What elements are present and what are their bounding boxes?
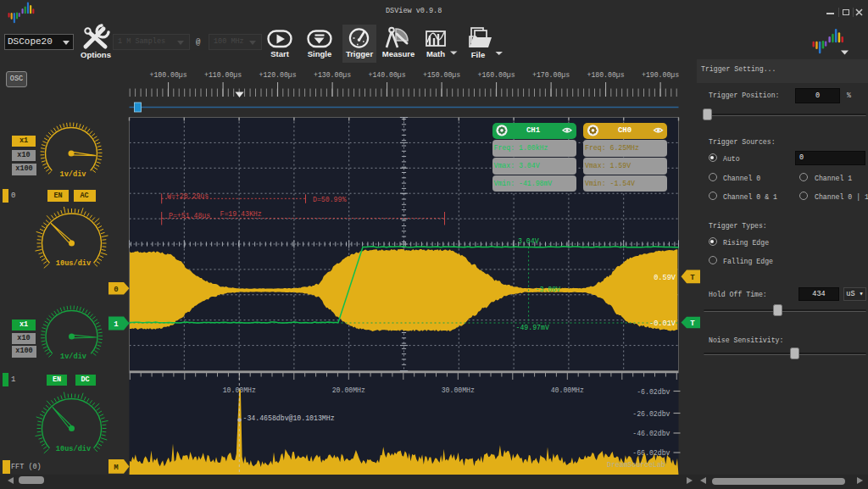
svg-text:-26.02dbv: -26.02dbv — [632, 410, 670, 418]
svg-text:1v/div: 1v/div — [60, 170, 86, 179]
svg-text:M: M — [114, 464, 118, 472]
svg-text:40.00MHz: 40.00MHz — [551, 386, 584, 394]
svg-text:30.00MHz: 30.00MHz — [442, 386, 475, 394]
svg-text:-34.4658dbv@10.1013MHz: -34.4658dbv@10.1013MHz — [243, 414, 335, 422]
svg-text:+130.00µs: +130.00µs — [314, 71, 351, 79]
svg-text:3.04V: 3.04V — [518, 237, 539, 245]
svg-text:+120.00µs: +120.00µs — [259, 71, 296, 79]
svg-text:DreamSourceLab: DreamSourceLab — [607, 461, 665, 469]
svg-text:0.59V: 0.59V — [654, 274, 676, 282]
svg-text:P=+51.48us: P=+51.48us — [169, 212, 210, 219]
svg-text:10us/div: 10us/div — [56, 445, 91, 453]
svg-text:D=50.99%: D=50.99% — [313, 196, 346, 203]
svg-text:F=19.43KHz: F=19.43KHz — [220, 210, 262, 218]
svg-text:1v/div: 1v/div — [60, 353, 86, 361]
svg-text:+160.00µs: +160.00µs — [477, 71, 515, 79]
svg-text:-0.01V: -0.01V — [649, 320, 676, 328]
svg-text:+110.00µs: +110.00µs — [204, 71, 242, 79]
svg-text:1: 1 — [114, 320, 119, 329]
svg-text:T: T — [690, 274, 695, 282]
svg-text:-49.97mV: -49.97mV — [516, 324, 549, 331]
svg-text:-46.02dbv: -46.02dbv — [632, 430, 670, 437]
svg-text:10us/div: 10us/div — [56, 259, 91, 268]
svg-text:-6.02dbv: -6.02dbv — [637, 388, 670, 396]
svg-text:+150.00µs: +150.00µs — [423, 71, 460, 79]
svg-text:W=+28.29us: W=+28.29us — [167, 192, 209, 200]
svg-text:+180.00µs: +180.00µs — [587, 71, 624, 79]
svg-text:-66.02dbv: -66.02dbv — [632, 449, 670, 457]
svg-text:20.00MHz: 20.00MHz — [332, 386, 365, 394]
svg-text:+190.00µs: +190.00µs — [642, 71, 679, 79]
svg-text:+140.00µs: +140.00µs — [368, 71, 405, 79]
svg-text:+100.00µs: +100.00µs — [149, 71, 186, 79]
svg-text:-3.08V: -3.08V — [536, 286, 561, 293]
svg-text:+170.00µs: +170.00µs — [532, 71, 570, 79]
svg-text:T: T — [690, 320, 695, 328]
svg-text:0: 0 — [114, 286, 118, 294]
